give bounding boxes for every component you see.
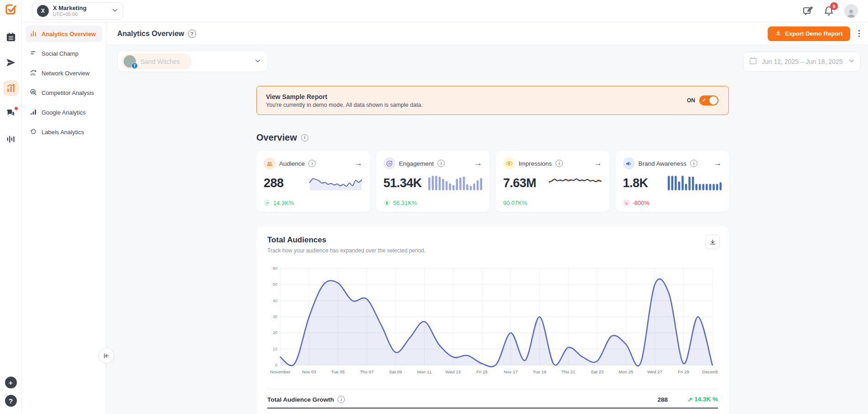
sidebar-item-google-analytics[interactable]: Google Analytics xyxy=(26,104,102,121)
bars-icon xyxy=(30,30,37,38)
info-icon[interactable]: i xyxy=(338,396,345,403)
date-range-text: Jun 12, 2025 – Jun 18, 2025 xyxy=(762,58,842,65)
chart-download-button[interactable] xyxy=(705,235,720,249)
listening-waves-icon[interactable] xyxy=(3,131,19,147)
sidebar-item-competitor-analysis[interactable]: Competitor Analysis xyxy=(26,84,102,101)
help-icon[interactable]: ? xyxy=(188,30,196,38)
svg-text:40: 40 xyxy=(273,298,278,303)
svg-text:Nov 17: Nov 17 xyxy=(504,369,518,374)
facebook-badge-icon: f xyxy=(131,63,138,69)
svg-text:Fri 15: Fri 15 xyxy=(476,369,488,374)
svg-text:Thu 21: Thu 21 xyxy=(561,369,575,374)
kebab-menu-icon[interactable] xyxy=(857,28,862,39)
impressions-card[interactable]: Impressions i → 7.63M 90.07K% xyxy=(496,151,609,212)
page-title: Analytics Overview ? xyxy=(117,30,196,38)
toggle-knob xyxy=(709,96,717,105)
card-label: Impressions xyxy=(519,160,552,167)
date-range-picker[interactable]: Jun 12, 2025 – Jun 18, 2025 xyxy=(743,52,861,72)
card-label: Audience xyxy=(279,160,305,167)
brand-awareness-card[interactable]: Brand Awareness i → 1.8K ↘ -800% xyxy=(616,151,729,212)
sidebar-item-network-overview[interactable]: Network Overview xyxy=(26,65,102,81)
card-label: Brand Awareness xyxy=(639,160,687,167)
banner-subtitle: You're currently in demo mode. All data … xyxy=(266,102,423,108)
help-button[interactable]: ? xyxy=(5,395,17,407)
primary-icon-rail: + ? xyxy=(0,0,22,414)
svg-text:Nov 03: Nov 03 xyxy=(302,369,316,374)
social-champ-logo-icon[interactable] xyxy=(5,4,17,17)
add-button[interactable]: + xyxy=(5,377,17,388)
info-icon[interactable]: i xyxy=(301,134,308,141)
profile-select[interactable]: f Sand Witches xyxy=(117,51,268,72)
arrow-right-icon[interactable]: → xyxy=(474,159,482,168)
info-icon[interactable]: i xyxy=(690,160,697,167)
lines-icon xyxy=(30,49,37,58)
info-icon[interactable]: i xyxy=(556,160,563,167)
sidebar-item-label: Social Champ xyxy=(42,50,78,57)
trend-down-icon: ↘ xyxy=(623,199,630,206)
feedback-compose-icon[interactable] xyxy=(802,5,813,16)
overview-heading: Overview i xyxy=(256,132,729,143)
row-change: ↗14.3K % xyxy=(668,396,718,403)
toggle-on-label: ON xyxy=(687,97,695,104)
trend-bars-icon: ▮ xyxy=(384,199,390,206)
info-icon[interactable]: i xyxy=(308,160,316,167)
brand-megaphone-icon xyxy=(623,157,635,169)
banner-title: View Sample Report xyxy=(266,93,423,100)
engagement-card[interactable]: Engagement i → 51.34K ▮ 56.31K% xyxy=(376,151,490,212)
sidebar-item-analytics-overview[interactable]: Analytics Overview xyxy=(26,26,102,42)
card-label: Engagement xyxy=(399,160,434,167)
arrow-right-icon[interactable]: → xyxy=(355,159,363,168)
trend-up-icon: ↗ xyxy=(264,199,270,206)
card-value: 1.8K xyxy=(623,176,648,190)
overview-cards: Audience i → 288 ↗ 14.3K% xyxy=(256,151,729,212)
svg-text:Sat 09: Sat 09 xyxy=(389,369,402,374)
svg-text:0: 0 xyxy=(275,362,277,367)
sidebar-item-labels-analytics[interactable]: Labels Analytics xyxy=(26,124,102,140)
svg-text:Fri 29: Fri 29 xyxy=(678,369,689,374)
table-row: Total Audience Growth i 288 ↗14.3K % xyxy=(267,391,718,409)
sidebar-item-label: Competitor Analysis xyxy=(42,89,94,96)
sidebar-item-social-champ[interactable]: Social Champ xyxy=(26,45,102,62)
svg-text:Thu 07: Thu 07 xyxy=(360,369,374,374)
sidebar-collapse-button[interactable] xyxy=(99,348,114,363)
analytics-sidebar: Analytics Overview Social Champ Network … xyxy=(22,22,106,414)
info-icon[interactable]: i xyxy=(437,160,445,167)
tag-icon xyxy=(30,128,37,136)
impressions-sparkline xyxy=(548,175,602,191)
profile-avatar: f xyxy=(124,55,136,68)
publish-send-icon[interactable] xyxy=(3,55,19,70)
chevron-down-icon xyxy=(112,7,118,15)
svg-text:Tue 05: Tue 05 xyxy=(331,369,345,374)
audience-people-icon xyxy=(264,157,275,169)
card-value: 51.34K xyxy=(384,176,422,190)
workspace-avatar: X xyxy=(37,5,49,17)
user-avatar[interactable] xyxy=(844,4,858,18)
export-demo-report-button[interactable]: Export Demo Report xyxy=(768,26,850,41)
notifications-bell-icon[interactable]: 9 xyxy=(823,5,834,16)
sidebar-item-label: Network Overview xyxy=(42,70,89,77)
workspace-selector[interactable]: X X Marketing UTC+05:00 xyxy=(32,2,123,20)
svg-text:December: December xyxy=(702,369,718,374)
workspace-name: X Marketing xyxy=(53,5,87,12)
profile-name: Sand Witches xyxy=(140,58,180,65)
chart-flag-icon xyxy=(30,69,37,78)
top-bar: X X Marketing UTC+05:00 9 xyxy=(22,0,868,22)
sample-report-toggle[interactable]: ✓ xyxy=(699,95,718,105)
arrow-right-icon[interactable]: → xyxy=(594,159,602,168)
analytics-bars-icon[interactable] xyxy=(3,80,19,96)
card-value: 288 xyxy=(264,176,284,190)
svg-text:Mon 25: Mon 25 xyxy=(619,369,633,374)
svg-text:Wed 27: Wed 27 xyxy=(647,369,662,374)
calendar-icon[interactable] xyxy=(3,29,19,45)
card-value: 7.63M xyxy=(503,176,536,190)
arrow-right-icon[interactable]: → xyxy=(714,159,722,168)
sidebar-item-label: Google Analytics xyxy=(42,109,86,116)
total-audiences-chart[interactable]: 0102030405060NovemberNov 03Tue 05Thu 07S… xyxy=(267,264,718,380)
engage-chat-icon[interactable] xyxy=(3,106,19,121)
row-label: Total Audience Growth xyxy=(267,396,334,403)
growth-table: Total Audience Growth i 288 ↗14.3K % Pai… xyxy=(267,389,718,414)
brand-awareness-sparkline xyxy=(668,175,722,191)
total-audiences-card: Total Audiences Track how your audience … xyxy=(256,226,729,414)
sidebar-item-label: Analytics Overview xyxy=(42,31,96,37)
audience-card[interactable]: Audience i → 288 ↗ 14.3K% xyxy=(256,151,370,212)
